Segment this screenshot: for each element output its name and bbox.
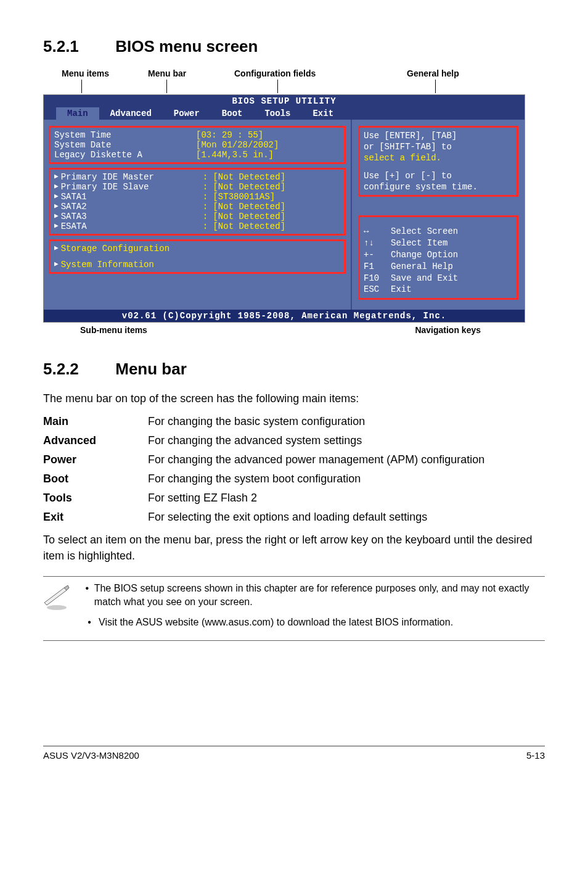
tab-exit[interactable]: Exit — [301, 107, 345, 120]
bios-title: BIOS SETUP UTILITY — [44, 96, 525, 106]
note-icon — [43, 582, 80, 635]
section-num-2: 5.2.2 — [43, 360, 111, 379]
note-item: •The BIOS setup screens shown in this ch… — [80, 582, 545, 609]
nav-key-row: ↑↓Select Item — [364, 237, 513, 249]
bios-footer: v02.61 (C)Copyright 1985-2008, American … — [44, 310, 525, 322]
label-menu-items: Menu items — [62, 68, 109, 78]
footer-left: ASUS V2/V3-M3N8200 — [43, 750, 139, 761]
bios-frame: BIOS SETUP UTILITY Main Advanced Power B… — [43, 94, 525, 323]
section-num-1: 5.2.1 — [43, 37, 111, 56]
bios-help-top: Use [ENTER], [TAB] or [SHIFT-TAB] to sel… — [358, 126, 518, 197]
bios-titlebar: BIOS SETUP UTILITY Main Advanced Power B… — [44, 95, 525, 120]
svg-point-0 — [47, 605, 67, 610]
help-line: configure system time. — [364, 181, 513, 192]
bios-left-panel: System Time[03: 29 : 55] System Date[Mon… — [44, 120, 351, 310]
row-system-info[interactable]: System Information — [54, 260, 340, 270]
bios-body: System Time[03: 29 : 55] System Date[Mon… — [44, 120, 525, 310]
row-sata3[interactable]: SATA3: [Not Detected] — [54, 212, 340, 221]
row-sata2[interactable]: SATA2: [Not Detected] — [54, 202, 340, 212]
help-line: or [SHIFT-TAB] to — [364, 141, 513, 152]
row-system-time[interactable]: System Time[03: 29 : 55] — [54, 130, 340, 140]
section-heading-1: 5.2.1 BIOS menu screen — [43, 37, 545, 56]
label-sub-menu: Sub-menu items — [80, 325, 147, 335]
label-config-fields: Configuration fields — [234, 68, 316, 78]
page-footer: ASUS V2/V3-M3N8200 5-13 — [43, 746, 545, 761]
label-nav-keys: Navigation keys — [415, 325, 481, 335]
section-heading-2: 5.2.2 Menu bar — [43, 360, 545, 379]
tab-tools[interactable]: Tools — [253, 107, 301, 120]
tab-power[interactable]: Power — [163, 107, 211, 120]
bios-block-time: System Time[03: 29 : 55] System Date[Mon… — [49, 126, 346, 164]
tick — [81, 80, 82, 93]
help-line: Use [+] or [-] to — [364, 170, 513, 181]
row-sata1[interactable]: SATA1: [ST380011AS] — [54, 192, 340, 202]
def-row: BootFor changing the system boot configu… — [43, 472, 545, 485]
nav-key-row: +-Change Option — [364, 249, 513, 261]
menu-definitions: MainFor changing the basic system config… — [43, 415, 545, 524]
help-line: Use [ENTER], [TAB] — [364, 130, 513, 141]
note-block: •The BIOS setup screens shown in this ch… — [43, 576, 545, 641]
def-row: PowerFor changing the advanced power man… — [43, 453, 545, 466]
row-ide-master[interactable]: Primary IDE Master: [Not Detected] — [54, 172, 340, 182]
tick — [277, 80, 278, 93]
help-line: select a field. — [364, 152, 513, 163]
bios-help-keys: ↔Select Screen ↑↓Select Item +-Change Op… — [358, 215, 518, 300]
bios-right-panel: Use [ENTER], [TAB] or [SHIFT-TAB] to sel… — [351, 120, 525, 310]
tab-boot[interactable]: Boot — [211, 107, 254, 120]
nav-key-row: ESCExit — [364, 284, 513, 295]
nav-key-row: F10Save and Exit — [364, 273, 513, 284]
row-ide-slave[interactable]: Primary IDE Slave: [Not Detected] — [54, 182, 340, 192]
note-list: •The BIOS setup screens shown in this ch… — [80, 582, 545, 635]
tick — [166, 80, 167, 93]
bios-block-submenu: Storage Configuration System Information — [49, 239, 346, 274]
tab-main[interactable]: Main — [56, 107, 99, 120]
row-esata[interactable]: ESATA: [Not Detected] — [54, 221, 340, 231]
bios-block-drives: Primary IDE Master: [Not Detected] Prima… — [49, 168, 346, 236]
menubar-intro: The menu bar on top of the screen has th… — [43, 391, 545, 406]
tab-advanced[interactable]: Advanced — [99, 107, 163, 120]
row-storage-config[interactable]: Storage Configuration — [54, 244, 340, 254]
tick — [435, 80, 436, 93]
def-row: MainFor changing the basic system config… — [43, 415, 545, 428]
bios-tabs: Main Advanced Power Boot Tools Exit — [44, 107, 525, 120]
section-title-2: Menu bar — [115, 360, 187, 378]
diagram-bottom-labels: Sub-menu items Navigation keys — [43, 325, 524, 335]
label-general-help: General help — [407, 68, 459, 78]
nav-key-row: F1General Help — [364, 261, 513, 273]
diagram-top-labels: Menu items Menu bar Configuration fields… — [43, 68, 545, 94]
def-row: ExitFor selecting the exit options and l… — [43, 511, 545, 524]
label-menu-bar: Menu bar — [148, 68, 186, 78]
def-row: AdvancedFor changing the advanced system… — [43, 434, 545, 447]
select-text: To select an item on the menu bar, press… — [43, 532, 545, 563]
row-legacy-diskette[interactable]: Legacy Diskette A[1.44M,3.5 in.] — [54, 150, 340, 160]
footer-right: 5-13 — [526, 750, 545, 761]
nav-key-row: ↔Select Screen — [364, 226, 513, 237]
def-row: ToolsFor setting EZ Flash 2 — [43, 492, 545, 505]
note-item: •Visit the ASUS website (www.asus.com) t… — [80, 616, 545, 629]
row-system-date[interactable]: System Date[Mon 01/28/2002] — [54, 140, 340, 150]
section-title-1: BIOS menu screen — [115, 37, 258, 56]
